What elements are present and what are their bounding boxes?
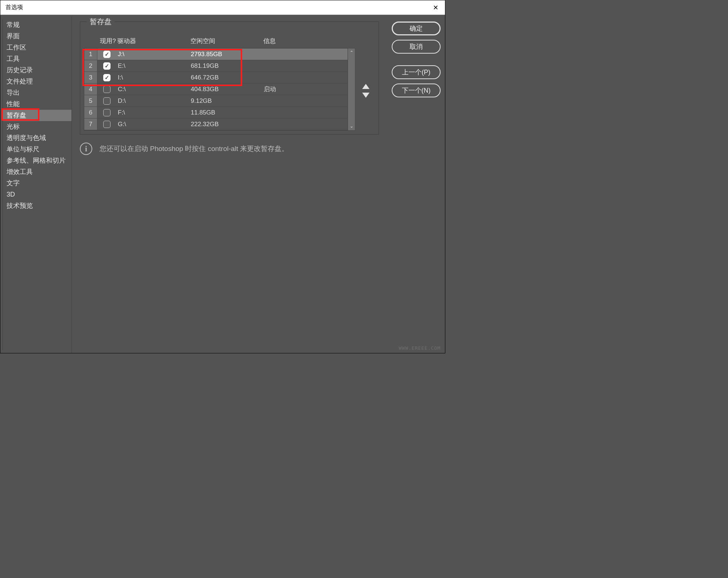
- ok-button[interactable]: 确定: [392, 22, 441, 35]
- watermark: WWW.EREEE.COM: [399, 345, 441, 351]
- table-scrollbar[interactable]: ⌃ ⌄: [348, 48, 355, 131]
- sidebar-item-14[interactable]: 文字: [3, 178, 71, 189]
- drive-cell: F:\: [116, 109, 189, 116]
- hint-text: 您还可以在启动 Photoshop 时按住 control-alt 来更改暂存盘…: [100, 144, 289, 154]
- sidebar-item-16[interactable]: 技术预览: [3, 200, 71, 212]
- table-rows: 1J:\2793.85GB2E:\681.19GB3I:\646.72GB4C:…: [84, 48, 348, 131]
- table-row[interactable]: 1J:\2793.85GB: [84, 49, 348, 60]
- fieldset-title: 暂存盘: [87, 17, 115, 27]
- sidebar-item-12[interactable]: 参考线、网格和切片: [3, 155, 71, 166]
- free-cell: 222.32GB: [189, 121, 262, 128]
- free-cell: 9.12GB: [189, 97, 262, 105]
- drive-cell: J:\: [116, 51, 189, 58]
- sidebar-item-10[interactable]: 透明度与色域: [3, 132, 71, 144]
- sidebar: 常规界面工作区工具历史记录文件处理导出性能暂存盘光标透明度与色域单位与标尺参考线…: [0, 16, 72, 353]
- active-checkbox[interactable]: [103, 86, 111, 93]
- table-row[interactable]: 4C:\404.83GB启动: [84, 84, 348, 95]
- preferences-window: 首选项 ✕ 常规界面工作区工具历史记录文件处理导出性能暂存盘光标透明度与色域单位…: [0, 0, 445, 353]
- drive-cell: I:\: [116, 74, 189, 81]
- prev-button[interactable]: 上一个(P): [392, 65, 441, 79]
- sidebar-item-5[interactable]: 文件处理: [3, 76, 71, 87]
- active-checkbox[interactable]: [103, 121, 111, 128]
- move-down-button[interactable]: [362, 93, 369, 98]
- drive-cell: C:\: [116, 86, 189, 93]
- sidebar-item-0[interactable]: 常规: [3, 19, 71, 31]
- free-cell: 11.85GB: [189, 109, 262, 116]
- drive-cell: G:\: [116, 121, 189, 128]
- col-free: 空闲空间: [190, 37, 263, 45]
- scratch-disks-fieldset: 暂存盘 现用? 驱动器 空闲空间 信息 1J:\2793.85GB2E:\681…: [80, 22, 379, 135]
- row-number: 4: [84, 84, 97, 95]
- sidebar-item-8[interactable]: 暂存盘: [3, 110, 71, 121]
- free-cell: 646.72GB: [189, 74, 262, 81]
- sidebar-item-2[interactable]: 工作区: [3, 42, 71, 53]
- window-title: 首选项: [5, 4, 23, 11]
- sidebar-item-4[interactable]: 历史记录: [3, 65, 71, 76]
- sidebar-item-1[interactable]: 界面: [3, 31, 71, 42]
- row-number: 6: [84, 107, 97, 118]
- free-cell: 404.83GB: [189, 86, 262, 93]
- drive-cell: E:\: [116, 62, 189, 70]
- drive-cell: D:\: [116, 97, 189, 105]
- sidebar-item-15[interactable]: 3D: [3, 189, 71, 200]
- sidebar-item-3[interactable]: 工具: [3, 53, 71, 65]
- info-icon: i: [80, 143, 92, 155]
- close-icon[interactable]: ✕: [431, 3, 441, 12]
- active-checkbox[interactable]: [103, 109, 111, 116]
- col-drive: 驱动器: [117, 37, 190, 45]
- sidebar-item-6[interactable]: 导出: [3, 87, 71, 98]
- row-number: 2: [84, 60, 97, 71]
- active-checkbox[interactable]: [103, 74, 111, 81]
- col-info: 信息: [263, 37, 336, 45]
- row-number: 3: [84, 72, 97, 83]
- scroll-up-icon[interactable]: ⌃: [350, 50, 353, 55]
- table-row[interactable]: 6F:\11.85GB: [84, 107, 348, 119]
- free-cell: 681.19GB: [189, 62, 262, 70]
- active-checkbox[interactable]: [103, 51, 111, 58]
- table-header: 现用? 驱动器 空闲空间 信息: [85, 35, 375, 47]
- sidebar-item-13[interactable]: 增效工具: [3, 166, 71, 178]
- table-row[interactable]: 3I:\646.72GB: [84, 72, 348, 84]
- row-number: 1: [84, 49, 97, 60]
- table-row[interactable]: 2E:\681.19GB: [84, 60, 348, 72]
- sidebar-item-9[interactable]: 光标: [3, 121, 71, 132]
- free-cell: 2793.85GB: [189, 51, 262, 58]
- active-checkbox[interactable]: [103, 97, 111, 105]
- info-cell: 启动: [262, 85, 335, 93]
- active-checkbox[interactable]: [103, 62, 111, 70]
- action-column: 确定 取消 上一个(P) 下一个(N): [390, 16, 445, 353]
- titlebar: 首选项 ✕: [0, 0, 445, 15]
- next-button[interactable]: 下一个(N): [392, 84, 441, 97]
- sidebar-item-11[interactable]: 单位与标尺: [3, 144, 71, 155]
- main-panel: 暂存盘 现用? 驱动器 空闲空间 信息 1J:\2793.85GB2E:\681…: [72, 16, 390, 353]
- row-number: 5: [84, 95, 97, 106]
- move-up-button[interactable]: [362, 84, 369, 89]
- cancel-button[interactable]: 取消: [392, 40, 441, 54]
- reorder-arrows: [360, 84, 371, 98]
- col-active: 现用?: [98, 37, 117, 45]
- scroll-down-icon[interactable]: ⌄: [350, 124, 353, 129]
- row-number: 7: [84, 119, 97, 130]
- hint-row: i 您还可以在启动 Photoshop 时按住 control-alt 来更改暂…: [80, 143, 387, 155]
- sidebar-item-7[interactable]: 性能: [3, 98, 71, 110]
- table-row[interactable]: 7G:\222.32GB: [84, 119, 348, 130]
- table-row[interactable]: 5D:\9.12GB: [84, 95, 348, 107]
